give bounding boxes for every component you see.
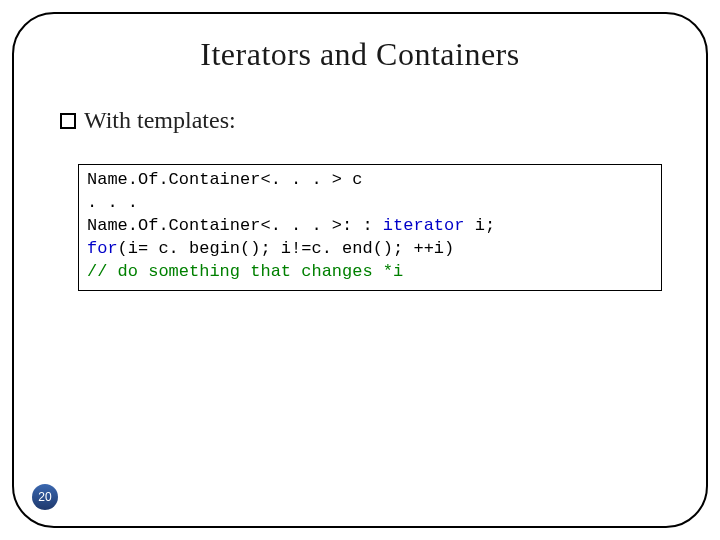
code-text: (i= c. begin(); i!=c. end(); ++i): [118, 239, 455, 258]
code-text: Name.Of.Container<. . . > c: [87, 170, 362, 189]
code-line: for(i= c. begin(); i!=c. end(); ++i): [87, 238, 653, 261]
bullet-text: With templates:: [84, 107, 236, 134]
code-line: Name.Of.Container<. . . >: : iterator i;: [87, 215, 653, 238]
square-bullet-icon: [60, 113, 76, 129]
bullet-row: With templates:: [60, 107, 670, 134]
code-text: . . .: [87, 193, 138, 212]
page-number-badge: 20: [32, 484, 58, 510]
slide-frame: Iterators and Containers With templates:…: [12, 12, 708, 528]
code-text: i;: [464, 216, 495, 235]
code-keyword: iterator: [383, 216, 465, 235]
code-line: . . .: [87, 192, 653, 215]
slide-title: Iterators and Containers: [50, 36, 670, 73]
code-keyword: for: [87, 239, 118, 258]
page-number: 20: [38, 490, 51, 504]
code-line: // do something that changes *i: [87, 261, 653, 284]
code-text: Name.Of.Container<. . . >: :: [87, 216, 383, 235]
code-comment: // do something that changes *i: [87, 262, 403, 281]
code-block: Name.Of.Container<. . . > c . . . Name.O…: [78, 164, 662, 291]
code-line: Name.Of.Container<. . . > c: [87, 169, 653, 192]
